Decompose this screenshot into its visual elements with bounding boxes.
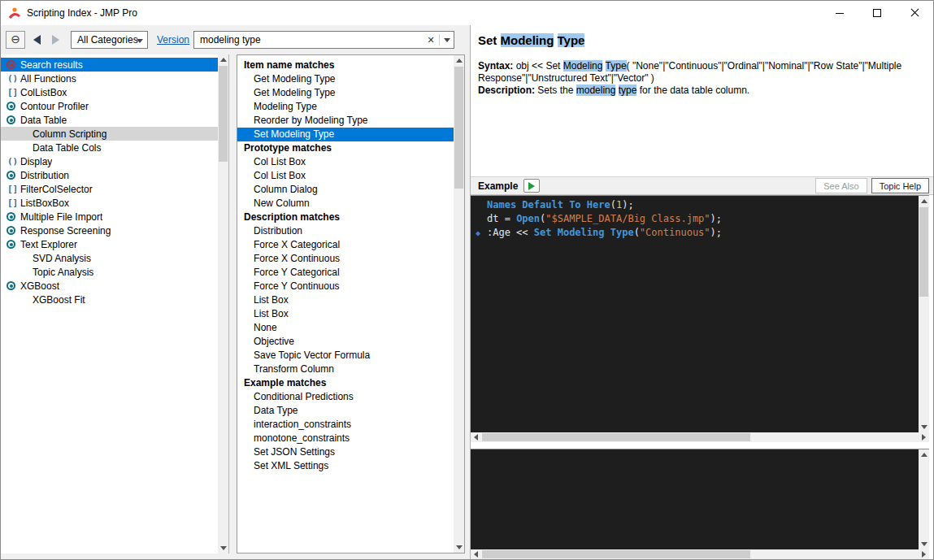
scroll-left-button[interactable]	[471, 432, 481, 442]
sidebar-item-column-scripting[interactable]: Column Scripting	[1, 127, 218, 141]
clear-search-icon[interactable]: ✕	[423, 35, 439, 46]
sidebar-item-filtercolselector[interactable]: []FilterColSelector	[1, 182, 218, 196]
log-panel[interactable]	[471, 449, 929, 549]
results-item[interactable]: Conditional Predictions	[237, 390, 454, 404]
results-item[interactable]: Modeling Type	[237, 100, 454, 114]
text-run	[554, 33, 557, 47]
scroll-thumb[interactable]	[482, 433, 750, 441]
arrow-up-icon	[456, 59, 463, 63]
results-item[interactable]: monotone_constraints	[237, 432, 454, 445]
results-item[interactable]: Set Modeling Type	[237, 128, 454, 141]
syntax-text: obj << Set Modeling Type( "None"|"Contin…	[478, 60, 901, 84]
search-history-dropdown[interactable]	[440, 38, 454, 42]
see-also-button[interactable]: See Also	[815, 178, 867, 193]
scroll-thumb[interactable]	[219, 66, 228, 162]
scroll-left-button[interactable]	[471, 549, 481, 559]
arrow-down-icon	[456, 545, 463, 549]
results-item[interactable]: Col List Box	[237, 155, 454, 169]
arrow-left-icon	[474, 551, 478, 558]
sidebar-item-xgboost[interactable]: XGBoost	[1, 279, 218, 293]
sidebar-item-data-table-cols[interactable]: Data Table Cols	[1, 141, 218, 154]
sidebar-item-display[interactable]: ()Display	[1, 154, 218, 168]
search-box[interactable]: modeling type ✕	[193, 31, 454, 49]
sidebar-item-xgboost-fit[interactable]: XGBoost Fit	[1, 293, 218, 306]
sidebar-item-data-table[interactable]: Data Table	[1, 113, 218, 127]
results-item[interactable]: Force X Continuous	[237, 252, 454, 266]
code-scrollbar[interactable]	[919, 196, 929, 432]
display-box-bracket-icon: []	[7, 87, 19, 98]
scroll-down-button[interactable]	[218, 543, 228, 553]
reset-navigation-button[interactable]: ⊖	[6, 31, 25, 49]
run-example-button[interactable]	[523, 179, 540, 193]
scroll-thumb[interactable]	[482, 550, 750, 558]
back-button[interactable]	[28, 31, 46, 49]
sidebar-item-label: ColListBox	[20, 87, 67, 98]
sidebar-item-collistbox[interactable]: []ColListBox	[1, 85, 218, 99]
scroll-down-button[interactable]	[919, 539, 929, 549]
scroll-up-button[interactable]	[919, 449, 929, 460]
search-input[interactable]: modeling type	[194, 34, 423, 46]
version-link[interactable]: Version	[157, 34, 189, 46]
example-code-panel[interactable]: Names Default To Here(1);dt = Open("$SAM…	[471, 195, 929, 432]
syntax-line: Syntax: obj << Set Modeling Type( "None"…	[478, 60, 925, 85]
sidebar-item-text-explorer[interactable]: Text Explorer	[1, 237, 218, 251]
topic-help-button[interactable]: Topic Help	[871, 178, 929, 193]
results-scrollbar[interactable]	[454, 55, 464, 553]
scroll-right-button[interactable]	[919, 549, 929, 559]
log-scrollbar[interactable]	[919, 449, 929, 549]
results-item[interactable]: New Column	[237, 197, 454, 211]
scroll-up-button[interactable]	[454, 55, 464, 66]
display-box-bracket-icon: []	[7, 184, 19, 194]
scroll-up-button[interactable]	[218, 54, 228, 65]
scroll-up-button[interactable]	[919, 196, 929, 206]
category-dropdown[interactable]: All Categories	[71, 31, 148, 49]
results-item[interactable]: Column Dialog	[237, 183, 454, 197]
sidebar-item-distribution[interactable]: Distribution	[1, 168, 218, 182]
results-item[interactable]: Set JSON Settings	[237, 445, 454, 459]
scroll-down-button[interactable]	[919, 422, 929, 432]
sidebar-item-label: SVD Analysis	[33, 253, 91, 264]
minimize-button[interactable]	[821, 1, 858, 25]
results-item[interactable]: Distribution	[237, 224, 454, 238]
results-item[interactable]: Objective	[237, 335, 454, 349]
results-item[interactable]: Force X Categorical	[237, 238, 454, 252]
results-item[interactable]: Save Topic Vector Formula	[237, 349, 454, 362]
sidebar-item-topic-analysis[interactable]: Topic Analysis	[1, 265, 218, 279]
results-item[interactable]: Col List Box	[237, 169, 454, 183]
scroll-thumb[interactable]	[454, 67, 463, 189]
results-item[interactable]: Get Modeling Type	[237, 72, 454, 86]
code-token: );	[622, 199, 633, 211]
maximize-button[interactable]	[858, 1, 896, 25]
log-h-scrollbar[interactable]	[471, 549, 929, 559]
sidebar-item-multiple-file-import[interactable]: Multiple File Import	[1, 210, 218, 224]
code-token: "Continuous"	[640, 227, 710, 238]
sidebar-item-svd-analysis[interactable]: SVD Analysis	[1, 251, 218, 265]
code-h-scrollbar[interactable]	[471, 432, 929, 442]
results-item[interactable]: Force Y Categorical	[237, 266, 454, 280]
results-item[interactable]: None	[237, 321, 454, 335]
close-button[interactable]	[896, 1, 933, 25]
results-item[interactable]: Get Modeling Type	[237, 86, 454, 100]
scroll-right-button[interactable]	[919, 432, 929, 442]
sidebar-item-all-functions[interactable]: ()All Functions	[1, 72, 218, 85]
results-item[interactable]: Transform Column	[237, 362, 454, 376]
jmp-app-icon	[8, 7, 21, 20]
results-item[interactable]: Data Type	[237, 404, 454, 418]
minimize-icon	[836, 13, 844, 14]
forward-button[interactable]	[46, 31, 64, 49]
search-term-highlight: Type	[558, 33, 585, 47]
sidebar-item-response-screening[interactable]: Response Screening	[1, 224, 218, 237]
scroll-thumb[interactable]	[919, 207, 928, 297]
results-item[interactable]: List Box	[237, 293, 454, 307]
sidebar-item-contour-profiler[interactable]: Contour Profiler	[1, 99, 218, 113]
results-item[interactable]: List Box	[237, 307, 454, 321]
sidebar-scrollbar[interactable]	[218, 54, 228, 553]
code-editor[interactable]: Names Default To Here(1);dt = Open("$SAM…	[476, 198, 919, 432]
results-item[interactable]: Reorder by Modeling Type	[237, 114, 454, 128]
sidebar-item-listboxbox[interactable]: []ListBoxBox	[1, 196, 218, 210]
sidebar-item-search-results[interactable]: Search results	[1, 58, 218, 72]
scroll-down-button[interactable]	[454, 542, 464, 553]
results-item[interactable]: Force Y Continuous	[237, 280, 454, 293]
results-item[interactable]: interaction_constraints	[237, 418, 454, 432]
results-item[interactable]: Set XML Settings	[237, 459, 454, 473]
